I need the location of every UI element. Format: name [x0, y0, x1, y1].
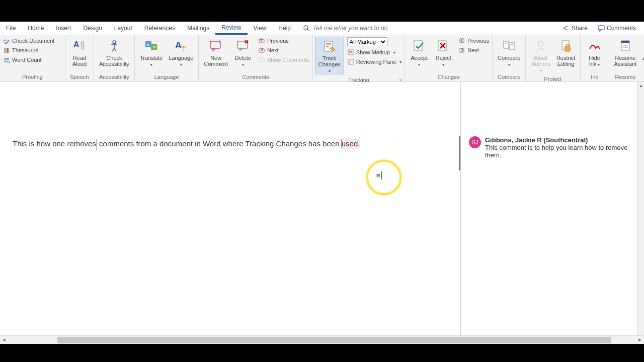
- avatar: GJ: [469, 136, 481, 148]
- svg-rect-42: [510, 43, 515, 50]
- collapse-ribbon-button[interactable]: ▲: [641, 35, 644, 81]
- comment-icon: [598, 25, 605, 32]
- commented-text-highlight[interactable]: used.: [342, 139, 360, 148]
- svg-line-1: [307, 29, 309, 31]
- tell-me-placeholder: Tell me what you want to do: [313, 25, 387, 32]
- tab-view[interactable]: View: [248, 22, 273, 35]
- group-title-proofing: Proofing: [0, 73, 65, 81]
- group-title-compare: Compare: [493, 73, 525, 81]
- vertical-scrollbar[interactable]: ▲: [637, 82, 644, 344]
- tab-design[interactable]: Design: [77, 22, 108, 35]
- hide-ink-icon: [587, 38, 603, 54]
- compare-button[interactable]: Compare▾: [495, 37, 523, 67]
- word-count-icon: 123: [3, 56, 10, 63]
- group-title-resume: Resume: [609, 73, 642, 81]
- show-comments-icon: [258, 56, 265, 63]
- comment-balloon[interactable]: GJ Gibbons, Jackie R (Southcentral) This…: [469, 136, 640, 159]
- tracking-launcher-icon[interactable]: ↘: [398, 77, 403, 82]
- comment-author: Gibbons, Jackie R (Southcentral): [485, 136, 640, 144]
- comments-button[interactable]: Comments: [594, 25, 640, 32]
- tab-references[interactable]: References: [138, 22, 181, 35]
- svg-rect-34: [348, 59, 350, 64]
- tab-help[interactable]: Help: [272, 22, 297, 35]
- ribbon: abc Check Document Thesaurus 123 Word Co…: [0, 35, 644, 82]
- group-comments: + New Comment Delete▾ Previous Next: [199, 35, 312, 81]
- tab-insert[interactable]: Insert: [50, 22, 77, 35]
- svg-text:字: 字: [152, 45, 156, 50]
- svg-text:abc: abc: [3, 39, 8, 42]
- reviewing-pane-icon: [347, 58, 354, 65]
- accessibility-icon: [106, 38, 122, 54]
- block-authors-icon: [533, 38, 549, 54]
- delete-comment-icon: [235, 38, 251, 54]
- next-comment-button[interactable]: Next: [257, 46, 310, 54]
- accept-button[interactable]: Accept▾: [407, 37, 431, 67]
- reviewing-pane-button[interactable]: Reviewing Pane▾: [346, 58, 403, 66]
- previous-comment-button[interactable]: Previous: [257, 37, 310, 45]
- svg-point-45: [538, 41, 543, 46]
- svg-rect-41: [504, 41, 509, 48]
- thesaurus-button[interactable]: Thesaurus: [2, 46, 55, 54]
- previous-change-button[interactable]: Previous: [457, 37, 490, 45]
- translate-button[interactable]: a字 Translate▾: [137, 37, 166, 67]
- language-button[interactable]: A字 Language▾: [166, 37, 196, 67]
- hscroll-thumb[interactable]: [57, 337, 611, 343]
- group-title-ink: Ink: [581, 73, 609, 81]
- show-markup-button[interactable]: Show Markup▾: [346, 48, 403, 56]
- read-aloud-button[interactable]: A Read Aloud: [67, 37, 92, 67]
- tell-me-search[interactable]: Tell me what you want to do: [303, 22, 387, 35]
- hide-ink-button[interactable]: Hide Ink ▾: [583, 37, 607, 67]
- track-changes-button[interactable]: Track Changes ▾: [315, 37, 344, 74]
- group-ink: Hide Ink ▾ Ink: [581, 35, 609, 81]
- compare-icon: [501, 38, 517, 54]
- svg-rect-49: [621, 41, 629, 43]
- new-comment-button[interactable]: + New Comment: [201, 37, 231, 67]
- svg-rect-2: [598, 26, 604, 30]
- group-compare: Compare▾ Compare: [493, 35, 526, 81]
- vscroll-up-icon[interactable]: ▲: [637, 82, 644, 89]
- comment-indicator-bar: [459, 136, 460, 170]
- markup-mode-select[interactable]: All Markup: [347, 37, 387, 46]
- resume-assistant-button[interactable]: Resume Assistant: [611, 37, 640, 67]
- reject-button[interactable]: Reject▾: [431, 37, 455, 67]
- horizontal-scrollbar[interactable]: ◄ ►: [0, 335, 644, 344]
- document-area[interactable]: ▲ This is how one removes comments from …: [0, 82, 644, 344]
- resume-assistant-icon: [617, 38, 633, 54]
- delete-comment-button[interactable]: Delete▾: [231, 37, 255, 67]
- svg-text:123: 123: [7, 60, 10, 63]
- new-comment-icon: +: [208, 38, 224, 54]
- hscroll-left-icon[interactable]: ◄: [0, 336, 8, 344]
- highlight-ring-annotation: [366, 159, 402, 196]
- check-document-button[interactable]: abc Check Document: [2, 37, 55, 45]
- restrict-editing-button[interactable]: Restrict Editing: [554, 37, 578, 67]
- comment-connector-line: [391, 141, 460, 141]
- search-icon: [303, 25, 310, 32]
- text-cursor-icon: ≡: [376, 171, 382, 179]
- tab-file[interactable]: File: [0, 22, 22, 35]
- group-language: a字 Translate▾ A字 Language▾ Language: [135, 35, 199, 81]
- tab-layout[interactable]: Layout: [108, 22, 138, 35]
- translate-icon: a字: [143, 38, 159, 54]
- group-resume: Resume Assistant Resume: [609, 35, 642, 81]
- check-accessibility-button[interactable]: Check Accessibility: [96, 37, 132, 67]
- document-paragraph[interactable]: This is how one removes comments from a …: [13, 139, 360, 150]
- group-title-speech: Speech: [65, 73, 94, 81]
- svg-text:字: 字: [181, 46, 186, 51]
- tab-home[interactable]: Home: [22, 22, 50, 35]
- word-count-button[interactable]: 123 Word Count: [2, 56, 55, 64]
- track-changes-icon: [321, 38, 338, 54]
- hscroll-right-icon[interactable]: ►: [636, 336, 644, 344]
- group-title-changes: Changes: [405, 73, 492, 81]
- svg-rect-4: [4, 48, 6, 53]
- share-button[interactable]: Share: [558, 25, 592, 32]
- reject-icon: [435, 38, 451, 54]
- tab-review[interactable]: Review: [215, 22, 247, 35]
- previous-comment-icon: [258, 37, 265, 44]
- markup-mode-dropdown[interactable]: All Markup: [346, 37, 403, 47]
- tab-mailings[interactable]: Mailings: [181, 22, 215, 35]
- group-title-language: Language: [135, 73, 198, 81]
- group-accessibility: Check Accessibility Accessibility: [94, 35, 135, 81]
- next-change-button[interactable]: Next: [457, 46, 490, 54]
- group-title-comments: Comments: [199, 73, 312, 81]
- svg-point-11: [113, 41, 116, 44]
